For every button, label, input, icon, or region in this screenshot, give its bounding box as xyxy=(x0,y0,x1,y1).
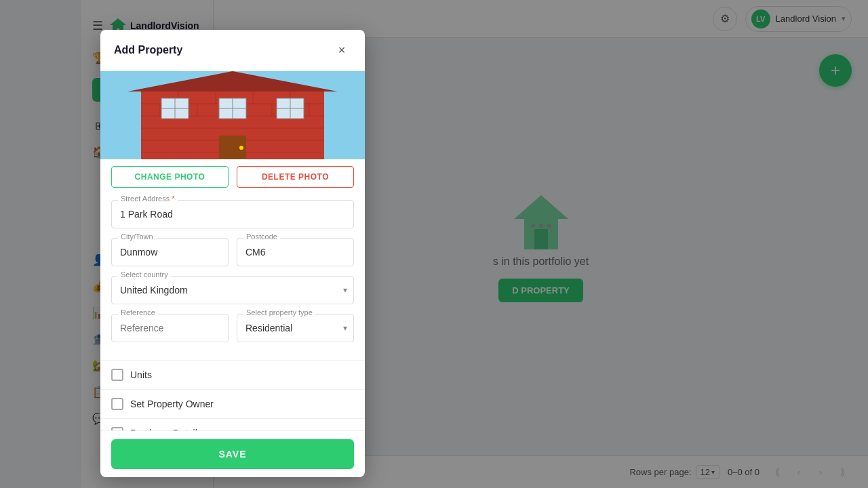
modal-close-button[interactable]: × xyxy=(332,41,351,60)
set-property-owner-checkbox[interactable] xyxy=(111,398,123,410)
change-photo-button[interactable]: CHANGE PHOTO xyxy=(111,166,229,188)
modal-title: Add Property xyxy=(114,44,182,56)
postcode-input[interactable] xyxy=(237,238,354,266)
postcode-label: Postcode xyxy=(243,232,280,241)
units-checkbox-group: Units xyxy=(100,360,365,389)
country-select[interactable]: United Kingdom Ireland Other xyxy=(111,276,354,304)
modal-header: Add Property × xyxy=(100,30,365,71)
set-property-owner-label: Set Property Owner xyxy=(130,399,214,409)
postcode-group: Postcode xyxy=(237,238,354,266)
reference-input[interactable] xyxy=(111,314,229,342)
property-photo xyxy=(100,71,365,159)
set-property-owner-checkbox-group: Set Property Owner xyxy=(100,389,365,418)
form-section: Street Address City/Town Postcode xyxy=(100,195,365,357)
units-checkbox[interactable] xyxy=(111,369,123,381)
change-photo-label: CHANGE PHOTO xyxy=(135,172,205,182)
add-property-modal: Add Property × xyxy=(100,30,365,477)
purchase-details-checkbox-group: Purchase Details xyxy=(100,418,365,430)
delete-photo-label: DELETE PHOTO xyxy=(262,172,329,182)
property-type-label: Select property type xyxy=(243,308,315,317)
street-address-group: Street Address xyxy=(111,200,354,228)
units-checkbox-label: Units xyxy=(130,369,152,380)
close-icon: × xyxy=(338,43,346,58)
modal-overlay: Add Property × xyxy=(0,0,868,488)
city-town-input[interactable] xyxy=(111,238,229,266)
reference-label: Reference xyxy=(118,308,158,317)
country-group: Select country United Kingdom Ireland Ot… xyxy=(111,276,354,304)
street-address-label: Street Address xyxy=(118,195,178,203)
photo-actions: CHANGE PHOTO DELETE PHOTO xyxy=(100,159,365,195)
modal-body: CHANGE PHOTO DELETE PHOTO Street Address… xyxy=(100,71,365,430)
modal-footer: SAVE xyxy=(100,430,365,477)
country-label: Select country xyxy=(118,270,171,279)
building-image xyxy=(100,71,365,159)
country-select-wrapper: United Kingdom Ireland Other ▾ xyxy=(111,276,354,304)
delete-photo-button[interactable]: DELETE PHOTO xyxy=(237,166,354,188)
city-town-group: City/Town xyxy=(111,238,229,266)
save-button[interactable]: SAVE xyxy=(111,439,354,469)
reference-type-row: Reference Select property type Residenti… xyxy=(111,314,354,352)
street-address-input[interactable] xyxy=(111,200,354,228)
property-type-group: Select property type Residential Commerc… xyxy=(237,314,354,342)
property-type-select-wrapper: Residential Commercial HMO ▾ xyxy=(237,314,354,342)
property-type-select[interactable]: Residential Commercial HMO xyxy=(237,314,354,342)
city-town-label: City/Town xyxy=(118,232,156,241)
reference-group: Reference xyxy=(111,314,229,342)
save-label: SAVE xyxy=(218,449,246,460)
svg-point-32 xyxy=(239,146,243,150)
